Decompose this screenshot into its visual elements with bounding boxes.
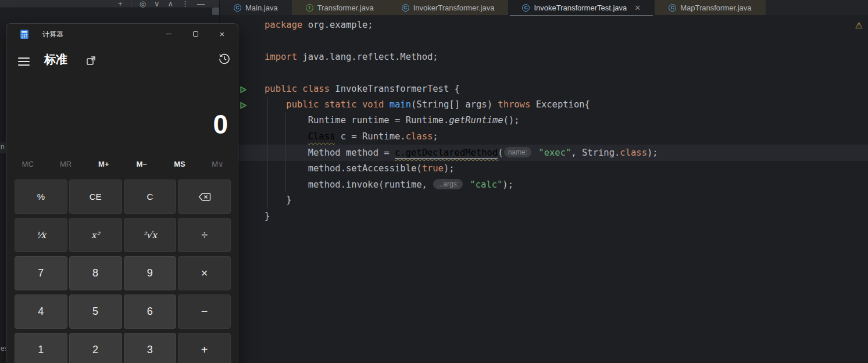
code-token — [265, 99, 286, 110]
code-token: ( — [498, 148, 503, 158]
expand-all-icon[interactable]: ∧ — [167, 0, 173, 8]
code-token — [533, 148, 538, 158]
close-icon: × — [220, 30, 225, 38]
tab-Transformer-java[interactable]: ITransformer.java — [292, 0, 388, 15]
code-text[interactable]: package org.example;import java.lang.ref… — [265, 17, 658, 224]
memory-button-S[interactable]: MS — [160, 154, 198, 173]
run-icon[interactable] — [240, 85, 247, 93]
key-button-x²[interactable]: x² — [69, 218, 122, 252]
add-icon[interactable]: + — [118, 0, 123, 8]
key-button-4[interactable]: 4 — [15, 294, 67, 329]
code-editor[interactable]: package org.example;import java.lang.ref… — [220, 16, 868, 363]
code-token: public static void — [286, 99, 384, 110]
code-token: java.lang.reflect.Method; — [297, 52, 438, 62]
key-button-²√x[interactable]: ²√x — [124, 218, 177, 252]
key-button-+[interactable]: + — [178, 333, 231, 363]
keep-on-top-icon[interactable] — [85, 55, 97, 66]
key-button-3[interactable]: 3 — [124, 333, 177, 363]
code-token: package — [265, 20, 302, 30]
memory-button-row: MCMRM+M−MSM∨ — [9, 154, 237, 173]
code-token: ); — [444, 163, 455, 174]
code-line[interactable]: method.invoke(runtime, ...args: "calc"); — [265, 177, 658, 192]
memory-button-−[interactable]: M− — [123, 154, 160, 173]
tab-InvokeTransformerTest-java[interactable]: CInvokeTransformerTest.java✕ — [508, 0, 655, 15]
code-token: main — [390, 99, 411, 110]
key-button-5[interactable]: 5 — [69, 294, 122, 329]
memory-button-C[interactable]: MC — [9, 154, 47, 173]
maximize-button[interactable] — [182, 24, 209, 44]
calculator-window: 计算器 × 标准 0 MCMRM+M−MSM∨ %CEC⅟xx²²√x÷789×… — [6, 23, 238, 363]
key-button-CE[interactable]: CE — [69, 179, 122, 214]
code-line[interactable] — [265, 33, 658, 49]
tab-Main-java[interactable]: CMain.java — [220, 0, 292, 15]
code-token: class — [620, 148, 647, 158]
key-button-6[interactable]: 6 — [124, 294, 177, 329]
code-line[interactable]: } — [265, 209, 658, 224]
key-button-1[interactable]: 1 — [15, 333, 67, 363]
screen: +◎∨∧⋮— nes CMain.javaITransformer.javaCI… — [0, 0, 868, 363]
code-line[interactable]: package org.example; — [265, 17, 658, 33]
memory-button-+[interactable]: M+ — [85, 154, 123, 173]
backspace-button[interactable] — [178, 179, 231, 214]
minimize-button[interactable] — [155, 24, 182, 44]
code-line[interactable]: } — [265, 192, 658, 208]
code-token: ); — [647, 148, 658, 158]
run-icon[interactable] — [240, 101, 247, 109]
tab-label: InvokerTransformer.java — [413, 3, 495, 12]
key-button-8[interactable]: 8 — [69, 256, 122, 290]
hide-icon[interactable]: — — [197, 0, 205, 8]
code-line[interactable]: Method method = c.getDeclaredMethod(name… — [265, 145, 658, 160]
code-token: Runtime runtime = Runtime. — [265, 115, 449, 125]
key-button-÷[interactable]: ÷ — [178, 218, 231, 252]
maximize-icon — [193, 31, 198, 37]
code-token — [384, 99, 389, 110]
key-button-%[interactable]: % — [15, 179, 67, 214]
history-icon[interactable] — [218, 52, 231, 65]
key-button-7[interactable]: 7 — [15, 256, 67, 290]
code-line[interactable]: public static void main(String[] args) t… — [265, 97, 658, 113]
inspections-warning-icon[interactable]: ⚠ — [855, 20, 863, 31]
tab-InvokerTransformer-java[interactable]: CInvokerTransformer.java — [388, 0, 509, 15]
tab-label: MapTransformer.java — [680, 3, 751, 12]
code-token: true — [422, 163, 444, 174]
calculator-mode-label[interactable]: 标准 — [44, 52, 67, 67]
target-icon[interactable]: ◎ — [140, 0, 146, 8]
code-line[interactable]: import java.lang.reflect.Method; — [265, 49, 658, 65]
key-button-9[interactable]: 9 — [124, 256, 177, 290]
close-button[interactable]: × — [209, 24, 235, 44]
tab-MapTransformer-java[interactable]: CMapTransformer.java — [655, 0, 765, 15]
collapse-all-icon[interactable]: ∨ — [154, 0, 160, 8]
code-line[interactable]: method.setAccessible(true); — [265, 161, 658, 177]
code-token: } — [265, 195, 292, 205]
more-vertical-icon[interactable]: ⋮ — [181, 0, 189, 8]
code-line[interactable]: Runtime runtime = Runtime.getRuntime(); — [265, 113, 658, 128]
tab-close-icon[interactable]: ✕ — [634, 4, 641, 12]
calculator-titlebar[interactable]: 计算器 × — [6, 24, 238, 45]
code-token: InvokeTransformerTest { — [330, 84, 460, 94]
minimize-icon — [166, 34, 172, 34]
code-line[interactable]: public class InvokeTransformerTest { — [265, 81, 658, 97]
code-line[interactable] — [265, 65, 658, 81]
key-button-⅟x[interactable]: ⅟x — [15, 218, 67, 252]
tab-label: Main.java — [245, 3, 278, 12]
memory-button-∨[interactable]: M∨ — [199, 154, 237, 173]
memory-button-R[interactable]: MR — [47, 154, 84, 173]
key-button-×[interactable]: × — [178, 256, 231, 290]
code-token — [265, 131, 308, 142]
class-icon: C — [234, 4, 241, 12]
calculator-keypad: %CEC⅟xx²²√x÷789×456−123+ — [15, 179, 231, 363]
code-token: method.setAccessible( — [265, 163, 422, 174]
code-line[interactable]: Class c = Runtime.class; — [265, 129, 658, 145]
code-token: c = Runtime. — [335, 131, 405, 142]
hamburger-menu-button[interactable] — [17, 56, 31, 67]
code-token: Exception{ — [530, 99, 590, 110]
key-button-C[interactable]: C — [124, 179, 177, 214]
key-button-−[interactable]: − — [178, 294, 231, 329]
calculator-window-title: 计算器 — [42, 30, 63, 39]
key-button-2[interactable]: 2 — [69, 333, 122, 363]
code-token: class — [406, 131, 433, 142]
code-token: method.invoke(runtime, — [265, 179, 433, 189]
calculator-app-icon — [20, 30, 29, 39]
toolwindow-scrollbar[interactable] — [212, 8, 219, 15]
code-token: public class — [265, 84, 330, 94]
